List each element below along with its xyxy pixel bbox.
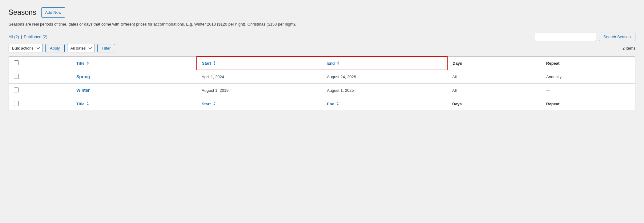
days-col-label: Days <box>453 61 462 66</box>
repeat-col-label: Repeat <box>546 61 559 66</box>
table-body: Spring April 1, 2024 August 24, 2028 All… <box>9 70 635 97</box>
toolbar: Bulk actions Apply All dates Filter 2 it… <box>9 44 635 52</box>
all-dates-select[interactable]: All dates <box>67 44 95 52</box>
table-footer: Title ▲ ▼ Start ▲ ▼ End <box>9 97 635 111</box>
row-checkbox-cell <box>9 70 72 83</box>
title-sort-arrows: ▲ ▼ <box>87 61 89 66</box>
status-link-published[interactable]: Published (2) <box>24 34 47 39</box>
row-title-link[interactable]: Winter <box>76 88 90 93</box>
row-repeat-cell: Annually <box>541 70 635 83</box>
end-sort-down: ▼ <box>337 63 340 66</box>
title-sort-link[interactable]: Title ▲ ▼ <box>76 61 89 66</box>
table-row: Winter August 1, 2019 August 1, 2025 All… <box>9 83 635 97</box>
add-new-button[interactable]: Add New <box>41 7 66 18</box>
footer-days-col-label: Days <box>452 102 462 106</box>
status-link-all[interactable]: All (2) <box>9 34 19 39</box>
start-sort-link[interactable]: Start ▲ ▼ <box>202 61 216 66</box>
row-end-cell: August 1, 2025 <box>322 83 447 97</box>
footer-col-start: Start ▲ ▼ <box>197 97 322 111</box>
table-header: Title ▲ ▼ Start ▲ ▼ End <box>9 56 635 70</box>
row-checkbox-cell <box>9 83 72 97</box>
row-title-cell: Winter <box>71 83 197 97</box>
row-title-link[interactable]: Spring <box>76 74 90 79</box>
row-days-cell: All <box>447 83 541 97</box>
filter-bar-top: All (2) | Published (2) Search Season <box>9 33 635 41</box>
search-input[interactable] <box>535 33 596 41</box>
row-title-cell: Spring <box>71 70 197 83</box>
row-start-cell: April 1, 2024 <box>197 70 322 83</box>
table-header-row: Title ▲ ▼ Start ▲ ▼ End <box>9 56 635 70</box>
footer-title-col-label: Title <box>76 102 85 106</box>
col-header-title: Title ▲ ▼ <box>71 56 197 70</box>
apply-button[interactable]: Apply <box>45 44 65 52</box>
row-checkbox[interactable] <box>14 87 19 92</box>
row-start-cell: August 1, 2019 <box>197 83 322 97</box>
page-description: Seasons are real periods of time, dates … <box>9 21 635 28</box>
footer-end-col-label: End <box>327 102 335 106</box>
footer-repeat-col-label: Repeat <box>546 102 559 106</box>
footer-start-sort-arrows: ▲ ▼ <box>213 101 215 106</box>
row-days-cell: All <box>447 70 541 83</box>
table-row: Spring April 1, 2024 August 24, 2028 All… <box>9 70 635 83</box>
end-col-label: End <box>327 61 335 66</box>
end-sort-arrows: ▲ ▼ <box>337 61 340 66</box>
footer-col-repeat: Repeat <box>541 97 635 111</box>
col-header-end: End ▲ ▼ <box>322 56 447 70</box>
row-repeat-cell: — <box>541 83 635 97</box>
col-header-start: Start ▲ ▼ <box>197 56 322 70</box>
select-all-col <box>9 56 72 70</box>
footer-start-sort-link[interactable]: Start ▲ ▼ <box>202 101 215 106</box>
footer-col-title: Title ▲ ▼ <box>71 97 197 111</box>
footer-start-col-label: Start <box>202 102 211 106</box>
title-col-label: Title <box>76 61 85 66</box>
page-header: Seasons Add New <box>9 7 635 18</box>
footer-end-sort-arrows: ▲ ▼ <box>337 101 339 106</box>
page-title: Seasons <box>9 8 36 17</box>
title-sort-down: ▼ <box>87 63 89 66</box>
footer-end-sort-link[interactable]: End ▲ ▼ <box>327 101 339 106</box>
start-col-label: Start <box>202 61 211 66</box>
row-end-cell: August 24, 2028 <box>322 70 447 83</box>
search-season-button[interactable]: Search Season <box>599 33 635 41</box>
status-links: All (2) | Published (2) <box>9 34 47 39</box>
footer-col-days: Days <box>447 97 541 111</box>
row-checkbox[interactable] <box>14 74 19 79</box>
seasons-table: Title ▲ ▼ Start ▲ ▼ End <box>9 56 635 111</box>
end-sort-link[interactable]: End ▲ ▼ <box>327 61 339 66</box>
filter-button[interactable]: Filter <box>97 44 115 52</box>
bulk-actions-select[interactable]: Bulk actions <box>9 44 43 52</box>
footer-title-sort-link[interactable]: Title ▲ ▼ <box>76 101 89 106</box>
start-sort-arrows: ▲ ▼ <box>213 61 216 66</box>
footer-select-all-col <box>9 97 72 111</box>
footer-title-sort-arrows: ▲ ▼ <box>87 101 89 106</box>
toolbar-left: Bulk actions Apply All dates Filter <box>9 44 115 52</box>
search-box: Search Season <box>535 33 635 41</box>
col-header-repeat: Repeat <box>541 56 635 70</box>
footer-select-all-checkbox[interactable] <box>14 101 19 106</box>
items-count: 2 items <box>622 46 635 51</box>
separator: | <box>21 34 22 39</box>
select-all-checkbox[interactable] <box>14 60 19 65</box>
start-sort-down: ▼ <box>213 63 216 66</box>
col-header-days: Days <box>447 56 541 70</box>
table-footer-row: Title ▲ ▼ Start ▲ ▼ End <box>9 97 635 111</box>
footer-col-end: End ▲ ▼ <box>322 97 447 111</box>
